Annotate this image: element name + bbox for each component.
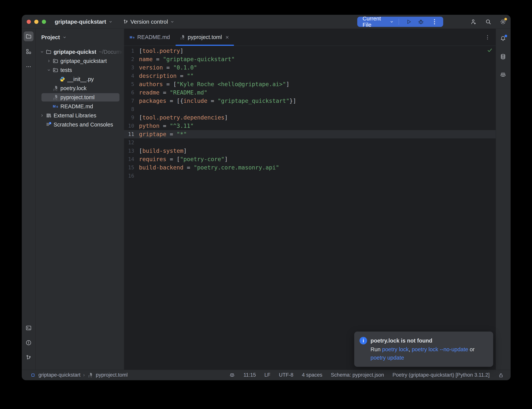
- code-line-6[interactable]: 6readme = "README.md": [124, 88, 496, 97]
- project-selector[interactable]: griptape-quickstart: [55, 19, 113, 25]
- rail-button-terminal[interactable]: [24, 323, 34, 333]
- toml-icon: [T]: [180, 35, 185, 40]
- run-play-icon[interactable]: [405, 18, 413, 26]
- code-editor[interactable]: 1[tool.poetry]2name = "griptape-quicksta…: [124, 46, 496, 370]
- inspections-ok-check-icon[interactable]: [487, 47, 493, 53]
- tree-item-label: pyproject.toml: [60, 94, 95, 101]
- tree-item-scratches-and-consoles[interactable]: Scratches and Consoles: [36, 120, 124, 129]
- project-panel-header[interactable]: Project: [36, 29, 124, 46]
- add-user-icon[interactable]: [470, 18, 477, 25]
- tab-label: README.md: [137, 34, 170, 40]
- notification-message: Run poetry lock, poetry lock --no-update…: [370, 345, 475, 362]
- status-utf-8[interactable]: UTF-8: [279, 372, 294, 378]
- status-lf[interactable]: LF: [265, 372, 271, 378]
- code-line-11[interactable]: 11griptape = "*": [124, 130, 496, 139]
- notification-balloon[interactable]: i poetry.lock is not found Run poetry lo…: [354, 332, 493, 367]
- code-line-5[interactable]: 5authors = ["Kyle Roche <hello@griptape.…: [124, 80, 496, 88]
- editor-tabbar: MREADME.md[T]pyproject.toml: [124, 29, 496, 46]
- close-tab-icon[interactable]: [225, 35, 230, 40]
- tree-item-pyproject-toml[interactable]: [T]pyproject.toml: [36, 93, 124, 102]
- code-line-12[interactable]: 12: [124, 139, 496, 147]
- rail-button-ai-assistant[interactable]: [498, 70, 508, 80]
- tree-item-griptape-quickstart[interactable]: griptape-quickstart~/Docume: [36, 47, 124, 56]
- lock-open-icon[interactable]: [498, 372, 504, 378]
- tree-item-readme-md[interactable]: MREADME.md: [36, 102, 124, 111]
- tree-item-label: tests: [60, 67, 72, 73]
- tree-item-external-libraries[interactable]: External Libraries: [36, 111, 124, 120]
- notification-link-poetry-lock-no-update[interactable]: poetry lock --no-update: [412, 346, 468, 352]
- line-number: 10: [124, 122, 137, 130]
- more-options-kebab-icon[interactable]: [431, 18, 438, 26]
- rail-button-problems[interactable]: [24, 338, 34, 348]
- notification-link-poetry-update[interactable]: poetry update: [370, 355, 404, 361]
- problems-icon: [25, 340, 32, 346]
- debug-bug-icon[interactable]: [417, 18, 425, 26]
- chevron-right-icon[interactable]: [39, 113, 46, 118]
- status-4-spaces[interactable]: 4 spaces: [302, 372, 322, 378]
- code-line-2[interactable]: 2name = "griptape-quickstart": [124, 55, 496, 64]
- svg-text:[T]: [T]: [180, 37, 184, 40]
- code-text: requires = ["poetry-core"]: [137, 155, 228, 163]
- rail-button-project-folder[interactable]: [24, 31, 34, 41]
- line-number: 13: [124, 147, 137, 155]
- tab-readme-md[interactable]: MREADME.md: [124, 29, 175, 46]
- line-number: 7: [124, 97, 137, 105]
- editor-options-kebab-icon[interactable]: [484, 34, 491, 40]
- project-tree: griptape-quickstart~/Documegriptape_quic…: [36, 47, 124, 370]
- close-window-button[interactable]: [27, 20, 31, 24]
- vcs-branch-icon: [25, 354, 32, 361]
- module-icon: [30, 372, 36, 378]
- minimize-window-button[interactable]: [34, 20, 38, 24]
- rail-button-vcs-branch[interactable]: [24, 353, 34, 363]
- chevron-right-icon[interactable]: [46, 58, 52, 64]
- tree-item-label: griptape_quickstart: [60, 58, 107, 64]
- status-poetry-griptape-quickstart-pyt[interactable]: Poetry (griptape-quickstart) [Python 3.1…: [393, 372, 490, 378]
- breadcrumb-project[interactable]: griptape-quickstart: [38, 372, 81, 378]
- search-icon[interactable]: [485, 18, 492, 25]
- markdown-icon: M: [52, 103, 59, 110]
- editor-column: MREADME.md[T]pyproject.toml 1[tool.poetr…: [124, 29, 496, 370]
- code-line-13[interactable]: 13[build-system]: [124, 147, 496, 155]
- code-line-10[interactable]: 10python = "^3.11": [124, 122, 496, 130]
- rail-button-database[interactable]: [498, 52, 508, 62]
- tree-item--init-py[interactable]: __init__.py: [36, 74, 124, 84]
- chevron-down-icon[interactable]: [46, 68, 52, 73]
- code-line-8[interactable]: 8: [124, 105, 496, 113]
- zoom-window-button[interactable]: [42, 20, 46, 24]
- code-line-16[interactable]: 16: [124, 172, 496, 180]
- code-text: [137, 139, 139, 147]
- toml-icon: [T]: [52, 85, 59, 92]
- rail-button-more-horizontal[interactable]: [24, 62, 34, 72]
- ai-assistant-icon[interactable]: [229, 372, 235, 378]
- tree-item-poetry-lock[interactable]: [T]poetry.lock: [36, 84, 124, 93]
- code-line-15[interactable]: 15build-backend = "poetry.core.masonry.a…: [124, 163, 496, 172]
- titlebar-right-icons: [470, 15, 506, 29]
- notification-text: Run: [370, 346, 382, 352]
- code-line-3[interactable]: 3version = "0.1.0": [124, 64, 496, 72]
- code-line-4[interactable]: 4description = "": [124, 72, 496, 80]
- code-line-1[interactable]: 1[tool.poetry]: [124, 47, 496, 55]
- tree-item-label: poetry.lock: [60, 85, 87, 92]
- rail-button-notifications-bell[interactable]: [498, 34, 508, 44]
- breadcrumb-file[interactable]: pyproject.toml: [96, 372, 128, 378]
- line-number: 12: [124, 139, 137, 147]
- settings-gear-icon[interactable]: [500, 18, 506, 25]
- status-schema-pyproject-json[interactable]: Schema: pyproject.json: [331, 372, 384, 378]
- chevron-down-icon: [389, 19, 394, 24]
- status-11-15[interactable]: 11:15: [243, 372, 256, 378]
- line-number: 4: [124, 72, 137, 80]
- tab-pyproject-toml[interactable]: [T]pyproject.toml: [175, 29, 235, 46]
- run-configuration-button[interactable]: Current File: [357, 17, 443, 27]
- vcs-widget[interactable]: Version control: [123, 19, 175, 25]
- chevron-down-icon[interactable]: [39, 49, 46, 54]
- code-line-7[interactable]: 7packages = [{include = "griptape_quicks…: [124, 97, 496, 105]
- notification-link-poetry-lock[interactable]: poetry lock: [382, 346, 409, 352]
- rail-button-structure[interactable]: [24, 46, 34, 56]
- notification-text: ,: [409, 346, 412, 352]
- line-number: 6: [124, 88, 137, 97]
- tree-item-tests[interactable]: tests: [36, 65, 124, 74]
- code-line-14[interactable]: 14requires = ["poetry-core"]: [124, 155, 496, 163]
- code-line-9[interactable]: 9[tool.poetry.dependencies]: [124, 113, 496, 122]
- traffic-lights[interactable]: [22, 20, 46, 24]
- tree-item-griptape-quickstart[interactable]: griptape_quickstart: [36, 56, 124, 65]
